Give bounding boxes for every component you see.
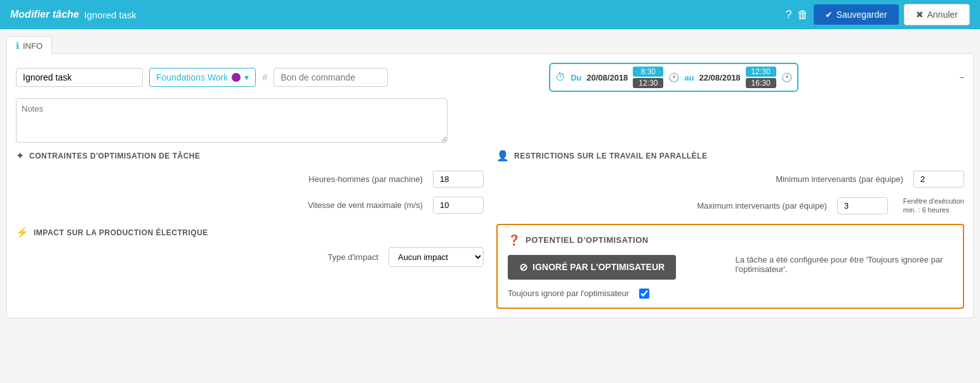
save-button[interactable]: ✔ Sauvegarder bbox=[814, 4, 899, 25]
max-intervenants-row: Maximum intervenants (par équipe) Fenêtr… bbox=[496, 197, 964, 215]
impact-section: ⚡ IMPACT SUR LA PRODUCTION ÉLECTRIQUE Ty… bbox=[16, 226, 484, 267]
main-content: ℹ INFO Foundations Work ▾ # ⏱ Du 20/08/2… bbox=[0, 29, 980, 383]
info-icon: ℹ bbox=[16, 41, 19, 51]
heures-label: Heures-hommes (par machine) bbox=[16, 174, 423, 184]
right-column: 👤 RESTRICTIONS SUR LE TRAVAIL EN PARALLÈ… bbox=[496, 150, 964, 309]
cancel-icon: ✖ bbox=[916, 10, 924, 20]
task-subtitle: Ignored task bbox=[84, 10, 136, 20]
save-check-icon: ✔ bbox=[825, 10, 833, 20]
info-tab[interactable]: ℹ INFO bbox=[6, 36, 52, 55]
optim-header: ❓ POTENTIEL D'OPTIMISATION bbox=[508, 234, 953, 246]
optim-question-icon: ❓ bbox=[508, 234, 520, 246]
constraints-title: CONTRAINTES D'OPTIMISATION DE TÂCHE bbox=[29, 152, 200, 160]
always-label: Toujours ignoré par l'optimisateur bbox=[508, 289, 629, 298]
header-actions: ? 🗑 ✔ Sauvegarder ✖ Annuler bbox=[786, 4, 970, 25]
to-date[interactable]: 22/08/2018 bbox=[699, 73, 741, 82]
min-input[interactable] bbox=[913, 171, 964, 188]
delete-icon[interactable]: 🗑 bbox=[797, 8, 809, 22]
from-date[interactable]: 20/08/2018 bbox=[586, 73, 628, 82]
bon-commande-input[interactable] bbox=[274, 68, 388, 87]
constraints-header: ✦ CONTRAINTES D'OPTIMISATION DE TÂCHE bbox=[16, 150, 484, 162]
from-times: 8:30 12:30 bbox=[633, 67, 663, 88]
hash-symbol: # bbox=[262, 72, 267, 82]
heures-field-row: Heures-hommes (par machine) bbox=[16, 171, 484, 188]
to-label: au bbox=[684, 73, 694, 82]
parallel-header: 👤 RESTRICTIONS SUR LE TRAVAIL EN PARALLÈ… bbox=[496, 150, 964, 162]
to-times: 12:30 16:30 bbox=[746, 67, 776, 88]
exec-note-label: Fenêtre d'exécution bbox=[903, 197, 964, 205]
optim-body: ⊘ IGNORÉ PAR L'OPTIMISATEUR Toujours ign… bbox=[508, 255, 953, 299]
notes-textarea[interactable] bbox=[16, 98, 447, 143]
left-column: ✦ CONTRAINTES D'OPTIMISATION DE TÂCHE He… bbox=[16, 150, 484, 309]
impact-type-select[interactable]: Aucun impact Impact partiel Impact total bbox=[388, 247, 484, 267]
exec-window-note: Fenêtre d'exécution min. : 6 heures bbox=[903, 197, 964, 215]
header: Modifier tâche Ignored task ? 🗑 ✔ Sauveg… bbox=[0, 0, 980, 29]
clock-middle-icon: 🕐 bbox=[668, 72, 679, 82]
exec-note-value: min. : 6 heures bbox=[903, 205, 964, 214]
cancel-label: Annuler bbox=[927, 10, 958, 20]
impact-header: ⚡ IMPACT SUR LA PRODUCTION ÉLECTRIQUE bbox=[16, 226, 484, 238]
project-dot bbox=[232, 73, 241, 82]
from-time1-button[interactable]: 8:30 bbox=[633, 67, 663, 77]
max-label: Maximum intervenants (par équipe) bbox=[496, 201, 827, 211]
minimize-icon[interactable]: − bbox=[959, 73, 964, 82]
project-chevron-icon: ▾ bbox=[244, 72, 249, 82]
min-label: Minimum intervenants (par équipe) bbox=[496, 174, 903, 184]
info-panel: Foundations Work ▾ # ⏱ Du 20/08/2018 8:3… bbox=[6, 53, 974, 318]
optim-title: POTENTIEL D'OPTIMISATION bbox=[526, 235, 649, 245]
parallel-title: RESTRICTIONS SUR LE TRAVAIL EN PARALLÈLE bbox=[514, 152, 707, 160]
min-intervenants-row: Minimum intervenants (par équipe) bbox=[496, 171, 964, 188]
person-icon: 👤 bbox=[496, 150, 509, 162]
always-row: Toujours ignoré par l'optimisateur bbox=[508, 289, 725, 299]
info-tab-label: INFO bbox=[23, 41, 43, 51]
date-range: ⏱ Du 20/08/2018 8:30 12:30 🕐 au 22/08/20… bbox=[549, 63, 798, 92]
ignored-ban-icon: ⊘ bbox=[519, 261, 527, 273]
ignored-label: IGNORÉ PAR L'OPTIMISATEUR bbox=[533, 262, 665, 272]
optim-left: ⊘ IGNORÉ PAR L'OPTIMISATEUR Toujours ign… bbox=[508, 255, 725, 299]
to-time2-button[interactable]: 16:30 bbox=[746, 78, 776, 88]
constraints-icon: ✦ bbox=[16, 150, 24, 162]
vent-input[interactable] bbox=[433, 197, 484, 214]
vent-field-row: Vitesse de vent maximale (m/s) bbox=[16, 197, 484, 214]
project-label: Foundations Work bbox=[156, 72, 228, 82]
project-select[interactable]: Foundations Work ▾ bbox=[149, 68, 256, 87]
impact-type-label: Type d'impact bbox=[16, 252, 378, 262]
optim-description: La tâche a été configurée pour être 'Tou… bbox=[736, 255, 953, 274]
clock-left-icon: ⏱ bbox=[555, 72, 566, 83]
impact-type-row: Type d'impact Aucun impact Impact partie… bbox=[16, 247, 484, 267]
clock-right-icon: 🕐 bbox=[781, 72, 792, 82]
impact-title: IMPACT SUR LA PRODUCTION ÉLECTRIQUE bbox=[34, 228, 208, 237]
to-time1-button[interactable]: 12:30 bbox=[746, 67, 776, 77]
task-name-input[interactable] bbox=[16, 68, 143, 87]
max-input[interactable] bbox=[837, 197, 888, 214]
heures-input[interactable] bbox=[433, 171, 484, 188]
from-label: Du bbox=[571, 73, 581, 82]
optimisation-panel: ❓ POTENTIEL D'OPTIMISATION ⊘ IGNORÉ PAR … bbox=[496, 224, 964, 309]
always-checkbox[interactable] bbox=[639, 289, 649, 299]
top-row: Foundations Work ▾ # ⏱ Du 20/08/2018 8:3… bbox=[16, 63, 964, 92]
page-title: Modifier tâche bbox=[10, 9, 79, 20]
help-icon[interactable]: ? bbox=[786, 8, 792, 22]
from-time2-button[interactable]: 12:30 bbox=[633, 78, 663, 88]
ignored-button[interactable]: ⊘ IGNORÉ PAR L'OPTIMISATEUR bbox=[508, 255, 676, 280]
save-label: Sauvegarder bbox=[837, 10, 887, 20]
cancel-button[interactable]: ✖ Annuler bbox=[904, 4, 970, 25]
lightning-icon: ⚡ bbox=[16, 226, 29, 238]
sections-row: ✦ CONTRAINTES D'OPTIMISATION DE TÂCHE He… bbox=[16, 150, 964, 309]
vent-label: Vitesse de vent maximale (m/s) bbox=[16, 200, 423, 210]
